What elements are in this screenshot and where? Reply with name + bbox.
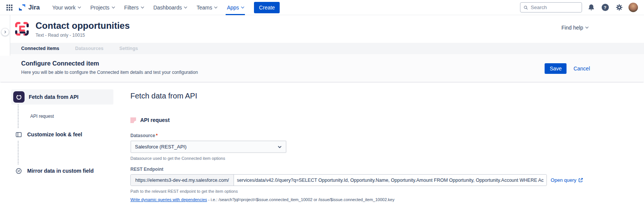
api-request-title: API request: [140, 117, 170, 123]
rest-endpoint-row: https://elements3-dev-ed.my.salesforce.c…: [130, 174, 583, 186]
chevron-right-icon: [3, 31, 6, 33]
configure-header-bar: Configure Connected item Here you will b…: [0, 54, 644, 82]
app-switcher-icon[interactable]: [4, 2, 15, 13]
connector-dotted-line: [18, 141, 113, 164]
jira-logo[interactable]: Jira: [18, 3, 40, 11]
tab-settings[interactable]: Settings: [119, 46, 138, 51]
nav-your-work[interactable]: Your work: [51, 0, 82, 15]
chevron-down-icon: [277, 145, 282, 149]
sidebar-item-label: Mirror data in custom field: [27, 168, 94, 174]
chevron-down-icon: [184, 5, 187, 8]
dynamic-queries-example: - i.e.: /search?jql=project=$issue.conne…: [207, 197, 395, 202]
create-button[interactable]: Create: [254, 2, 280, 13]
datasource-help-text: Datasource used to get the Connected ite…: [130, 156, 583, 161]
configure-actions: Save Cancel: [545, 63, 590, 74]
sidebar-item-fetch-data[interactable]: Fetch data from API: [11, 89, 113, 105]
form-content: Fetch data from API API request Datasour…: [130, 89, 583, 202]
dynamic-queries-link[interactable]: Write dynamic queries with dependencies: [130, 197, 207, 202]
chevron-down-icon: [111, 5, 115, 8]
sidebar-subitem-api-request[interactable]: API request: [30, 114, 54, 119]
section-heading: Fetch data from API: [130, 92, 583, 100]
search-input[interactable]: [531, 5, 579, 10]
grid-icon: [6, 5, 12, 11]
page-subtitle: Text - Read only - 10015: [36, 33, 130, 38]
nav-apps[interactable]: Apps: [226, 0, 245, 15]
save-button[interactable]: Save: [545, 63, 567, 74]
profile-button[interactable]: [628, 3, 638, 12]
mirror-circle-icon: [15, 168, 22, 174]
api-request-icon: [130, 117, 136, 123]
search-box[interactable]: [520, 2, 582, 12]
required-asterisk: *: [156, 133, 158, 138]
chevron-down-icon: [241, 5, 244, 8]
topnav-right-cluster: ?: [520, 2, 638, 12]
rest-endpoint-input-group: https://elements3-dev-ed.my.salesforce.c…: [130, 174, 547, 186]
endpoint-help-text: Path to the relevant REST endpoint to ge…: [130, 189, 583, 194]
nav-projects[interactable]: Projects: [89, 0, 116, 15]
configure-text-block: Configure Connected item Here you will b…: [21, 60, 198, 75]
external-link-icon: [578, 178, 583, 183]
sidebar-item-label: Customize look & feel: [27, 131, 82, 137]
datasource-select[interactable]: Salesforce (REST_API): [130, 141, 286, 153]
dynamic-queries-line: Write dynamic queries with dependencies …: [130, 197, 583, 202]
tab-datasources[interactable]: Datasources: [75, 46, 104, 51]
steps-sidebar: Fetch data from API API request Customiz…: [11, 89, 113, 202]
page-header: Contact opportunities Text - Read only -…: [0, 15, 644, 43]
nav-filters[interactable]: Filters: [123, 0, 145, 15]
open-query-link[interactable]: Open query: [551, 177, 583, 183]
configure-description: Here you will be able to configure the C…: [21, 70, 198, 75]
avatar: [629, 3, 638, 12]
expand-sidebar-button[interactable]: [1, 28, 9, 36]
nav-teams[interactable]: Teams: [195, 0, 218, 15]
datasource-selected-value: Salesforce (REST_API): [135, 144, 187, 150]
chevron-down-icon: [141, 5, 144, 8]
endpoint-url-prefix: https://elements3-dev-ed.my.salesforce.c…: [131, 175, 234, 186]
connector-dotted-line: API request: [18, 105, 113, 128]
left-rail: [0, 15, 10, 56]
sidebar-item-label: Fetch data from API: [29, 94, 79, 100]
configure-title: Configure Connected item: [21, 60, 198, 67]
endpoint-path-input[interactable]: [234, 175, 546, 186]
cancel-button[interactable]: Cancel: [573, 66, 590, 72]
api-request-section-header: API request: [130, 117, 583, 123]
top-navigation-bar: Jira Your work Projects Filters Dashboar…: [0, 0, 644, 15]
find-help-dropdown[interactable]: Find help: [561, 25, 588, 31]
rest-endpoint-label: REST Endpoint: [130, 167, 583, 172]
elements-connect-logo: [13, 20, 31, 37]
settings-button[interactable]: [614, 3, 624, 12]
jira-mark-icon: [18, 3, 26, 11]
layout-panel-icon: [15, 131, 22, 138]
header-text-block: Contact opportunities Text - Read only -…: [36, 20, 130, 38]
datasource-label: Datasource*: [130, 133, 583, 138]
help-button[interactable]: ?: [600, 3, 610, 12]
notifications-button[interactable]: [586, 3, 596, 12]
tabs-bar: Connected items Datasources Settings: [0, 43, 644, 54]
main-content: Fetch data from API API request Customiz…: [0, 82, 644, 202]
gear-icon: [616, 4, 623, 11]
chevron-down-icon: [214, 5, 217, 8]
tab-connected-items[interactable]: Connected items: [21, 46, 59, 51]
page-title: Contact opportunities: [36, 20, 130, 31]
sidebar-item-mirror-data[interactable]: Mirror data in custom field: [11, 164, 113, 177]
nav-dashboards[interactable]: Dashboards: [152, 0, 188, 15]
search-icon: [523, 5, 528, 10]
question-mark-icon: ?: [602, 4, 609, 11]
fetch-hook-icon: [13, 91, 25, 103]
chevron-down-icon: [78, 5, 81, 8]
jira-wordmark: Jira: [28, 4, 40, 11]
chevron-down-icon: [585, 25, 588, 28]
bell-icon: [588, 4, 595, 11]
sidebar-item-customize-look[interactable]: Customize look & feel: [11, 128, 113, 141]
